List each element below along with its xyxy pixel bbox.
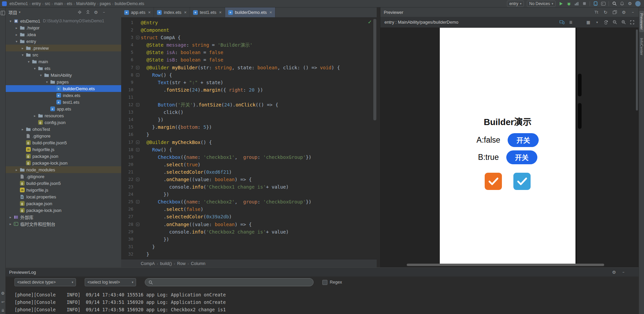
tree-item[interactable]: {}build-profile.json5: [6, 139, 121, 146]
editor-scrollbar[interactable]: [373, 19, 376, 120]
breadcrumb-item[interactable]: main: [54, 1, 63, 6]
tree-item[interactable]: JShvigorfile.js: [6, 187, 121, 193]
chevron-down-icon[interactable]: ▾: [38, 73, 44, 77]
fit-screen-icon[interactable]: [630, 20, 635, 25]
toggle-button-b[interactable]: 开关: [506, 150, 537, 164]
tree-item[interactable]: ▸node_modules: [6, 166, 121, 173]
tree-item[interactable]: .gitignore: [6, 173, 121, 180]
notifications-icon[interactable]: [620, 1, 624, 6]
tree-item[interactable]: ▾MainAbility: [6, 72, 121, 78]
run-config-selector[interactable]: entry ▾: [507, 1, 524, 7]
chevron-right-icon[interactable]: ▸: [20, 127, 25, 131]
tree-item[interactable]: etest1.ets: [6, 99, 121, 105]
tree-item[interactable]: ▸外部库: [6, 214, 121, 220]
profiler-icon[interactable]: [574, 1, 579, 6]
hide-panel-icon[interactable]: –: [102, 9, 106, 15]
multi-device-icon[interactable]: [560, 20, 564, 25]
editor-breadcrumb-item[interactable]: Column: [191, 261, 205, 266]
tree-item[interactable]: {}build-profile.json5: [6, 180, 121, 187]
breadcrumb-item[interactable]: pages: [100, 1, 111, 6]
tree-item[interactable]: ▸.preview: [6, 45, 121, 51]
tree-item[interactable]: ▾ets: [6, 65, 121, 72]
log-search-input[interactable]: [155, 280, 310, 285]
toggle-button-a[interactable]: 开关: [508, 133, 539, 147]
fold-icon[interactable]: -: [135, 64, 141, 71]
chevron-right-icon[interactable]: ▸: [32, 114, 37, 118]
chevron-right-icon[interactable]: ▸: [8, 222, 13, 226]
log-output[interactable]: [phone][Console INFO] 09/14 17:43:40 155…: [6, 288, 639, 314]
log-panel-title[interactable]: PreviewerLog: [9, 270, 36, 275]
refresh-preview-icon[interactable]: ↻: [603, 9, 608, 15]
editor-breadcrumb-item[interactable]: build(): [160, 261, 172, 266]
text-zoom-icon[interactable]: Tt: [594, 9, 599, 15]
tree-item[interactable]: {}package.json: [6, 200, 121, 207]
breadcrumb-item[interactable]: MainAbility: [76, 1, 96, 6]
close-tab-icon[interactable]: ×: [148, 10, 151, 15]
tree-item[interactable]: .gitignore: [6, 132, 121, 139]
log-search-box[interactable]: [145, 278, 314, 286]
hide-log-panel-icon[interactable]: –: [621, 269, 626, 275]
tree-item[interactable]: ▸.idea: [6, 31, 121, 38]
tree-item[interactable]: eindex.ets: [6, 92, 121, 99]
log-level-filter[interactable]: <select log level> ▾: [85, 278, 136, 286]
tree-item[interactable]: ▾src: [6, 51, 121, 58]
breadcrumb-item[interactable]: builderDemo.ets: [115, 1, 144, 6]
settings-icon[interactable]: ⚙: [627, 1, 632, 6]
tool-window-tab-infocenter[interactable]: InfoCenter: [639, 35, 644, 57]
zoom-in-icon[interactable]: [621, 20, 626, 25]
chevron-down-icon[interactable]: ▾: [595, 20, 599, 25]
chevron-down-icon[interactable]: ▾: [14, 40, 19, 43]
device-manager-icon[interactable]: [593, 1, 598, 6]
tree-item[interactable]: ▸ohosTest: [6, 126, 121, 132]
close-tab-icon[interactable]: ×: [269, 10, 272, 15]
tree-item[interactable]: JShvigorfile.js: [6, 146, 121, 153]
tree-item[interactable]: {}package.json: [6, 153, 121, 160]
log-panel-settings-icon[interactable]: ⚙: [612, 269, 616, 275]
tree-item[interactable]: ebuilderDemo.ets: [6, 85, 121, 92]
chevron-down-icon[interactable]: ▾: [20, 53, 25, 57]
app-logo-icon[interactable]: [2, 1, 7, 6]
collapse-all-icon[interactable]: [85, 9, 90, 15]
chevron-down-icon[interactable]: ▾: [8, 19, 13, 23]
breadcrumb-item[interactable]: ets: [67, 1, 72, 6]
tree-item[interactable]: ▸.hvigor: [6, 24, 121, 31]
tree-item[interactable]: eapp.ets: [6, 105, 121, 112]
breadcrumb-item[interactable]: etsDemo1: [9, 1, 28, 6]
fold-icon[interactable]: -: [135, 146, 141, 153]
checkbox1[interactable]: [485, 173, 502, 190]
tree-item[interactable]: ▾pages: [6, 78, 121, 85]
fold-icon[interactable]: -: [135, 139, 141, 146]
tree-item[interactable]: ▸resources: [6, 112, 121, 119]
tree-item[interactable]: {}package-lock.json: [6, 160, 121, 166]
project-tool-icon[interactable]: [1, 10, 5, 16]
fold-icon[interactable]: -: [135, 176, 141, 183]
device-type-filter[interactable]: <select device type> ▾: [15, 278, 76, 286]
device-selector[interactable]: No Devices ▾: [527, 1, 556, 7]
editor-tab[interactable]: eapp.ets×: [121, 7, 154, 17]
grid-view-icon[interactable]: ▦: [586, 20, 591, 25]
tree-item[interactable]: {}config.json: [6, 119, 121, 126]
tree-item[interactable]: ▸临时文件和控制台: [6, 220, 121, 227]
tree-item[interactable]: {}package-lock.json: [6, 207, 121, 214]
terminal-icon[interactable]: [601, 1, 606, 6]
chevron-down-icon[interactable]: ▾: [44, 80, 50, 84]
avatar[interactable]: [635, 1, 641, 6]
tool-window-tab-previewer[interactable]: Previewer: [639, 11, 644, 32]
editor-tab[interactable]: eindex.ets×: [154, 7, 190, 17]
stop-icon[interactable]: [582, 1, 587, 6]
breadcrumb-item[interactable]: src: [45, 1, 50, 6]
play-icon[interactable]: [559, 1, 563, 6]
tree-item[interactable]: ▾etsDemo1D:\Study\3.harmonyOS\etsDemo1: [6, 18, 121, 24]
debug-icon[interactable]: [566, 1, 571, 6]
tree-item[interactable]: local.properties: [6, 193, 121, 200]
fold-icon[interactable]: -: [135, 198, 141, 206]
tree-item[interactable]: ▾entry: [6, 38, 121, 45]
chevron-down-icon[interactable]: ▾: [26, 60, 31, 64]
checkbox2[interactable]: [513, 173, 531, 190]
previewer-vscrollbar[interactable]: [636, 29, 638, 111]
rotate-icon[interactable]: [603, 20, 608, 25]
project-panel-title[interactable]: 项目: [8, 9, 17, 16]
fold-icon[interactable]: -: [135, 71, 141, 79]
component-tree-icon[interactable]: ≣: [568, 20, 573, 25]
panel-settings-icon[interactable]: ⚙: [93, 9, 98, 15]
